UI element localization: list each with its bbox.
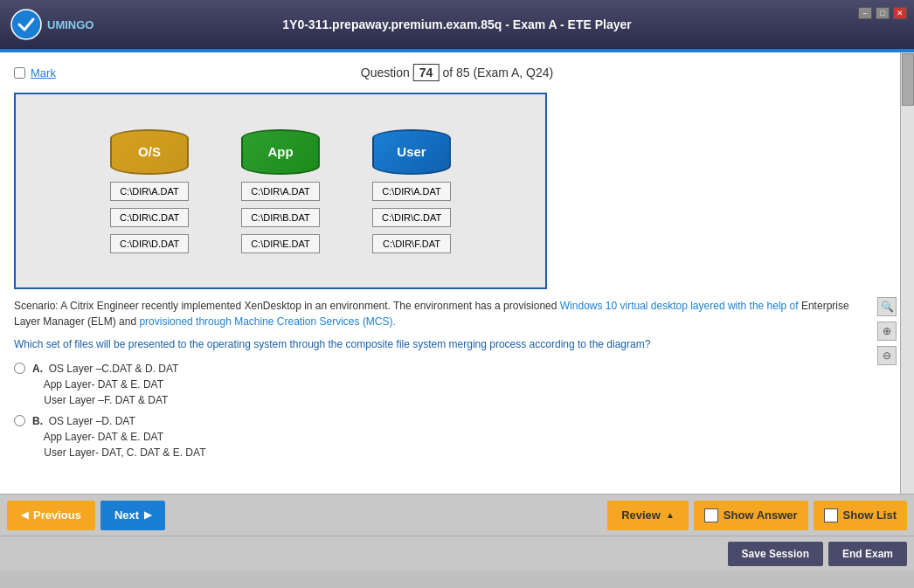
cylinder-user-label: User: [397, 144, 426, 159]
app-file-1: C:\DIR\A.DAT: [241, 182, 320, 201]
previous-label: Previous: [33, 508, 81, 522]
show-answer-button[interactable]: Show Answer: [694, 501, 808, 530]
diagram-col-user: User C:\DIR\A.DAT C:\DIR\C.DAT C:\DIR\F.…: [372, 129, 451, 253]
side-icons: 🔍 ⊕ ⊖: [877, 297, 897, 365]
scrollbar-thumb[interactable]: [902, 53, 914, 106]
close-button[interactable]: ✕: [893, 7, 907, 19]
brand-name: UMINGO: [47, 18, 93, 31]
next-button[interactable]: Next ▶: [100, 501, 165, 530]
end-exam-button[interactable]: End Exam: [828, 542, 907, 566]
option-a-line3: User Layer –F. DAT & DAT: [32, 394, 168, 406]
option-a-line1: OS Layer –C.DAT & D. DAT: [49, 363, 179, 375]
diagram-col-app: App C:\DIR\A.DAT C:\DIR\B.DAT C:\DIR\E.D…: [241, 129, 320, 253]
show-answer-checkbox: [704, 508, 718, 522]
show-list-checkbox: [824, 508, 838, 522]
scenario-highlight-2: provisioned through Machine Creation Ser…: [139, 315, 395, 328]
window-controls: – □ ✕: [858, 7, 907, 19]
diagram-col-os: O/S C:\DIR\A.DAT C:\DIR\C.DAT C:\DIR\D.D…: [110, 129, 189, 253]
user-file-3: C:\DIR\F.DAT: [372, 234, 451, 253]
diagram-container: O/S C:\DIR\A.DAT C:\DIR\C.DAT C:\DIR\D.D…: [14, 93, 547, 289]
end-exam-label: End Exam: [842, 548, 893, 560]
question-info: Question 74 of 85 (Exam A, Q24): [361, 64, 553, 81]
review-dropdown-icon: ▲: [666, 510, 675, 520]
question-total: of 85 (Exam A, Q24): [442, 66, 553, 80]
question-content: Which set of files will be presented to …: [14, 338, 650, 350]
header-row: Mark Question 74 of 85 (Exam A, Q24): [14, 59, 900, 86]
scenario-text: Scenario: A Citrix Engineer recently imp…: [14, 298, 853, 329]
cylinder-app-label: App: [267, 144, 293, 159]
question-text: Which set of files will be presented to …: [14, 336, 900, 352]
minimize-button[interactable]: –: [858, 7, 872, 19]
app-file-2: C:\DIR\B.DAT: [241, 208, 320, 227]
zoom-in-icon[interactable]: ⊕: [877, 322, 897, 341]
user-file-1: C:\DIR\A.DAT: [372, 182, 451, 201]
cylinder-app: App: [241, 129, 320, 175]
option-a-letter: A.: [32, 363, 43, 375]
option-b-line2: App Layer- DAT & E. DAT: [32, 431, 163, 443]
os-file-1: C:\DIR\A.DAT: [110, 182, 189, 201]
question-label: Question: [361, 66, 410, 80]
review-label: Review: [621, 508, 661, 522]
logo: UMINGO: [10, 9, 93, 40]
show-list-button[interactable]: Show List: [814, 501, 907, 530]
os-file-2: C:\DIR\C.DAT: [110, 208, 189, 227]
bottom-toolbar: ◀ Previous Next ▶ Review ▲ Show Answer S…: [0, 494, 914, 536]
radio-b[interactable]: [14, 415, 25, 426]
scrollbar[interactable]: [900, 52, 914, 494]
review-button[interactable]: Review ▲: [607, 501, 689, 530]
show-answer-label: Show Answer: [724, 508, 798, 522]
vumingo-logo: [10, 9, 42, 40]
zoom-out-icon[interactable]: ⊖: [877, 346, 897, 365]
user-file-2: C:\DIR\C.DAT: [372, 208, 451, 227]
scenario-text-1: Scenario: A Citrix Engineer recently imp…: [14, 300, 560, 312]
option-b-line1: OS Layer –D. DAT: [49, 415, 135, 427]
mark-section[interactable]: Mark: [14, 66, 56, 80]
footer-toolbar: Save Session End Exam: [0, 536, 914, 571]
scenario-highlight-1: Windows 10 virtual desktop layered with …: [560, 300, 799, 312]
answer-option-a: A. OS Layer –C.DAT & D. DAT App Layer- D…: [14, 361, 900, 408]
answer-option-b: B. OS Layer –D. DAT App Layer- DAT & E. …: [14, 413, 900, 460]
answer-text-b: B. OS Layer –D. DAT App Layer- DAT & E. …: [32, 413, 205, 460]
app-file-3: C:\DIR\E.DAT: [241, 234, 320, 253]
question-number: 74: [413, 64, 440, 81]
search-icon[interactable]: 🔍: [877, 297, 897, 316]
mark-checkbox[interactable]: [14, 67, 25, 79]
save-session-button[interactable]: Save Session: [728, 542, 823, 566]
next-label: Next: [114, 508, 139, 522]
cylinder-user: User: [372, 129, 451, 175]
maximize-button[interactable]: □: [876, 7, 890, 19]
svg-point-0: [11, 10, 41, 39]
option-b-line3: User Layer- DAT, C. DAT & E. DAT: [32, 446, 205, 459]
answer-text-a: A. OS Layer –C.DAT & D. DAT App Layer- D…: [32, 361, 178, 408]
previous-button[interactable]: ◀ Previous: [7, 501, 95, 530]
save-session-label: Save Session: [742, 548, 809, 560]
option-b-letter: B.: [32, 415, 43, 427]
cylinder-os-label: O/S: [138, 144, 161, 159]
diagram-inner: O/S C:\DIR\A.DAT C:\DIR\C.DAT C:\DIR\D.D…: [110, 129, 451, 253]
window-title: 1Y0-311.prepaway.premium.exam.85q - Exam…: [282, 17, 631, 31]
prev-chevron-icon: ◀: [21, 509, 28, 521]
show-list-label: Show List: [843, 508, 897, 522]
radio-a[interactable]: [14, 363, 25, 374]
cylinder-os: O/S: [110, 129, 189, 175]
main-content: Mark Question 74 of 85 (Exam A, Q24) O/S…: [0, 52, 914, 494]
os-file-3: C:\DIR\D.DAT: [110, 234, 189, 253]
next-chevron-icon: ▶: [144, 509, 151, 521]
title-bar: UMINGO 1Y0-311.prepaway.premium.exam.85q…: [0, 0, 914, 49]
mark-label: Mark: [31, 66, 56, 80]
option-a-line2: App Layer- DAT & E. DAT: [32, 378, 163, 391]
